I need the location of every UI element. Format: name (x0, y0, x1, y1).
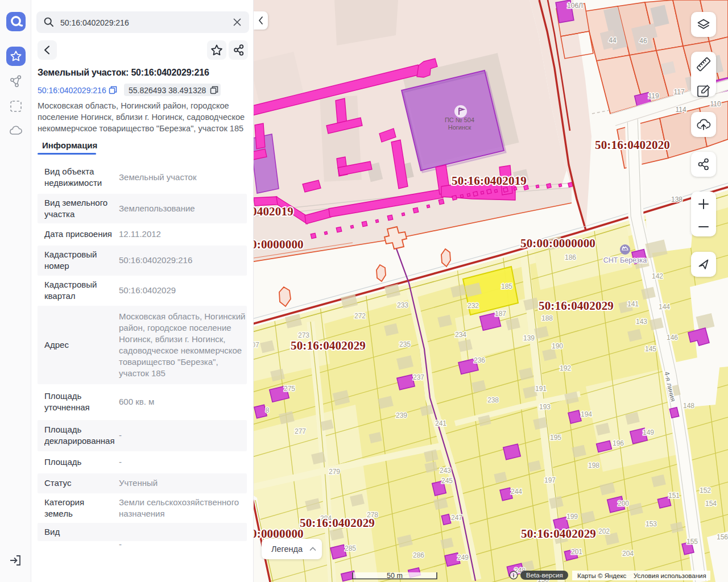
svg-text:8: 8 (266, 406, 270, 414)
svg-text:188: 188 (541, 314, 553, 322)
svg-text:46: 46 (639, 37, 647, 45)
svg-text:285: 285 (345, 544, 356, 552)
svg-text:192: 192 (560, 364, 571, 372)
svg-text:196: 196 (613, 439, 624, 447)
svg-text:185: 185 (501, 282, 512, 290)
svg-text:ПС № 504: ПС № 504 (445, 117, 474, 123)
svg-text:249: 249 (457, 554, 469, 562)
svg-text:233: 233 (397, 301, 408, 309)
svg-text:50:00:0000000: 50:00:0000000 (520, 236, 595, 250)
svg-text:279: 279 (329, 468, 340, 476)
svg-text:200: 200 (618, 500, 629, 508)
svg-text:198: 198 (588, 462, 599, 469)
svg-text:139: 139 (523, 334, 535, 342)
svg-text:50:16:0402029: 50:16:0402029 (300, 516, 375, 530)
svg-text:247: 247 (451, 514, 462, 522)
svg-text:201: 201 (571, 548, 582, 556)
svg-text:149: 149 (643, 429, 654, 436)
svg-text:272: 272 (354, 312, 366, 320)
svg-text:238: 238 (487, 396, 499, 404)
svg-text:186: 186 (565, 253, 576, 261)
svg-text:241: 241 (435, 419, 446, 427)
svg-text:204: 204 (622, 550, 634, 558)
svg-text:151: 151 (668, 492, 680, 500)
svg-text:187: 187 (495, 310, 506, 318)
svg-text:286: 286 (413, 551, 424, 559)
svg-text:0:0000000: 0:0000000 (254, 238, 304, 251)
svg-text:138: 138 (671, 196, 682, 203)
svg-text:193: 193 (539, 403, 551, 411)
svg-text:50:16:0402029: 50:16:0402029 (291, 339, 366, 352)
svg-text:154: 154 (705, 500, 717, 508)
svg-text:143: 143 (636, 318, 647, 326)
svg-text:155: 155 (686, 538, 698, 546)
svg-text:50:16:0402019: 50:16:0402019 (452, 174, 527, 188)
svg-text:156: 156 (717, 533, 728, 541)
svg-text:195: 195 (550, 434, 561, 442)
svg-text:235: 235 (399, 340, 411, 348)
svg-text:197: 197 (544, 476, 556, 484)
svg-text:236: 236 (474, 356, 485, 364)
svg-text:07: 07 (254, 341, 259, 349)
svg-text:50:16:0402029: 50:16:0402029 (539, 299, 614, 313)
svg-text:114: 114 (675, 106, 686, 114)
svg-text:СНТ Березка: СНТ Березка (603, 256, 647, 264)
svg-text:Ногинск: Ногинск (448, 124, 471, 131)
svg-text:234: 234 (455, 331, 466, 339)
svg-text:273: 273 (298, 331, 309, 339)
svg-text:275: 275 (284, 385, 295, 393)
svg-text:117: 117 (673, 88, 684, 96)
svg-text:194: 194 (581, 410, 592, 418)
svg-text:44: 44 (609, 36, 617, 44)
svg-text:202: 202 (598, 527, 610, 535)
svg-text:106Л: 106Л (567, 2, 583, 10)
svg-text:146: 146 (667, 334, 678, 342)
svg-text:232: 232 (468, 302, 479, 310)
svg-text:237: 237 (413, 373, 424, 381)
svg-text:239: 239 (396, 411, 407, 419)
svg-text:243: 243 (440, 467, 451, 475)
svg-text:145: 145 (645, 345, 656, 353)
svg-text:277: 277 (295, 427, 306, 435)
svg-text:245: 245 (441, 477, 453, 485)
svg-text:148: 148 (683, 402, 694, 410)
svg-text:152: 152 (700, 487, 711, 494)
svg-text:0402019: 0402019 (254, 205, 293, 218)
svg-text:199: 199 (566, 513, 578, 521)
svg-text:191: 191 (535, 385, 547, 393)
svg-text:144: 144 (659, 303, 670, 311)
svg-text:50 m: 50 m (387, 572, 403, 580)
svg-text:142: 142 (652, 272, 663, 280)
svg-text:244: 244 (511, 488, 522, 496)
svg-text:141: 141 (627, 300, 639, 308)
svg-text:119: 119 (648, 92, 659, 100)
svg-text:190: 190 (552, 342, 563, 350)
svg-text:153: 153 (646, 520, 657, 528)
svg-text:50:16:0402029: 50:16:0402029 (521, 527, 596, 541)
svg-text:50:16:0402020: 50:16:0402020 (595, 138, 670, 152)
